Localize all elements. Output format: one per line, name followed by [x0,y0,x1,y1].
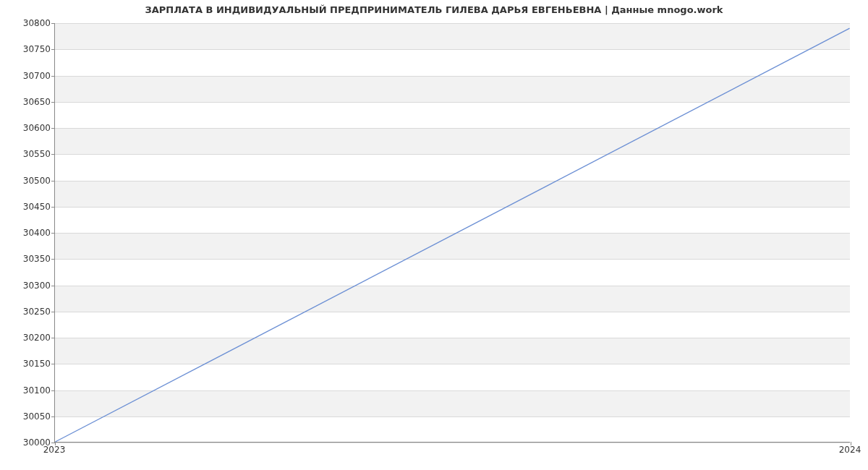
y-tick-label: 30600 [7,123,51,133]
y-tick-label: 30100 [7,385,51,396]
y-tick-label: 30500 [7,176,51,186]
y-tick-label: 30800 [7,18,51,28]
y-tick-label: 30200 [7,333,51,343]
y-tick-label: 30750 [7,44,51,54]
y-tick-label: 30400 [7,228,51,238]
y-tick-label: 30350 [7,254,51,264]
y-tick-label: 30650 [7,97,51,107]
y-tick-label: 30700 [7,71,51,81]
data-line [55,28,849,442]
y-tick-label: 30300 [7,281,51,291]
grid-line [55,443,850,443]
y-tick-label: 30150 [7,359,51,369]
chart-title: ЗАРПЛАТА В ИНДИВИДУАЛЬНЫЙ ПРЕДПРИНИМАТЕЛ… [0,4,868,15]
chart-container: ЗАРПЛАТА В ИНДИВИДУАЛЬНЫЙ ПРЕДПРИНИМАТЕЛ… [0,0,868,470]
plot-area [54,23,850,443]
x-tick-label: 2024 [839,445,861,455]
y-tick-label: 30450 [7,202,51,212]
line-layer [55,23,850,442]
y-tick-label: 30250 [7,307,51,317]
y-tick-label: 30550 [7,149,51,159]
x-tick-label: 2023 [43,445,66,455]
y-tick-label: 30050 [7,411,51,422]
